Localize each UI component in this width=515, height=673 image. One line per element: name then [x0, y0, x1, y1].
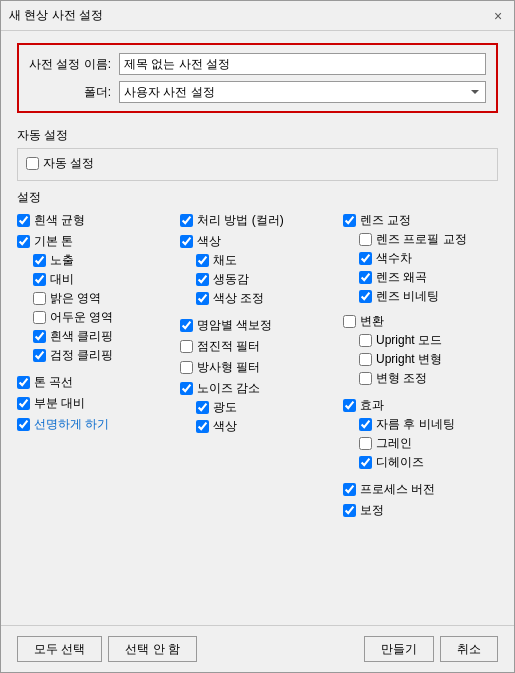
clarity-row[interactable]: 명암별 색보정	[180, 317, 335, 334]
tone-curve-row[interactable]: 톤 곡선	[17, 374, 172, 391]
footer: 모두 선택 선택 안 함 만들기 취소	[1, 625, 514, 672]
create-button[interactable]: 만들기	[364, 636, 434, 662]
saturation-row[interactable]: 채도	[196, 252, 335, 269]
saturation-checkbox[interactable]	[196, 254, 209, 267]
color-adj-row[interactable]: 색상 조정	[196, 290, 335, 307]
transform-checkbox[interactable]	[343, 315, 356, 328]
partial-contrast-row[interactable]: 부분 대비	[17, 395, 172, 412]
partial-contrast-label: 부분 대비	[34, 395, 85, 412]
lens-vignetting-row[interactable]: 렌즈 비네팅	[359, 288, 498, 305]
effects-row[interactable]: 효과	[343, 397, 498, 414]
radial-filter-label: 방사형 필터	[197, 359, 260, 376]
noise-reduction-checkbox[interactable]	[180, 382, 193, 395]
contrast-row[interactable]: 대비	[33, 271, 172, 288]
sharpen-checkbox[interactable]	[17, 418, 30, 431]
vibrance-checkbox[interactable]	[196, 273, 209, 286]
auto-setting-checkbox[interactable]	[26, 157, 39, 170]
select-none-button[interactable]: 선택 안 함	[108, 636, 197, 662]
tone-group-checkbox[interactable]	[17, 235, 30, 248]
color-noise-checkbox[interactable]	[196, 420, 209, 433]
lens-correction-row[interactable]: 렌즈 교정	[343, 212, 498, 229]
partial-contrast-checkbox[interactable]	[17, 397, 30, 410]
process-version-label: 프로세스 버전	[360, 481, 435, 498]
processing-method-checkbox[interactable]	[180, 214, 193, 227]
grain-checkbox[interactable]	[359, 437, 372, 450]
clarity-checkbox[interactable]	[180, 319, 193, 332]
calibration-row[interactable]: 보정	[343, 502, 498, 519]
processing-method-label: 처리 방법 (컬러)	[197, 212, 284, 229]
processing-method-row[interactable]: 처리 방법 (컬러)	[180, 212, 335, 229]
transform-items: Upright 모드 Upright 변형 변형 조정	[359, 332, 498, 387]
cancel-button[interactable]: 취소	[440, 636, 498, 662]
luminance-row[interactable]: 광도	[196, 399, 335, 416]
highlights-checkbox[interactable]	[33, 292, 46, 305]
luminance-label: 광도	[213, 399, 237, 416]
radial-filter-checkbox[interactable]	[180, 361, 193, 374]
effects-checkbox[interactable]	[343, 399, 356, 412]
exposure-row[interactable]: 노출	[33, 252, 172, 269]
folder-select[interactable]: 사용자 사전 설정	[119, 81, 486, 103]
color-group-checkbox[interactable]	[180, 235, 193, 248]
process-version-row[interactable]: 프로세스 버전	[343, 481, 498, 498]
white-clip-checkbox[interactable]	[33, 330, 46, 343]
color-group-label: 색상	[197, 233, 221, 250]
sharpen-row[interactable]: 선명하게 하기	[17, 416, 172, 433]
auto-setting-row[interactable]: 자동 설정	[26, 155, 489, 172]
white-clip-row[interactable]: 흰색 클리핑	[33, 328, 172, 345]
lens-correction-checkbox[interactable]	[343, 214, 356, 227]
color-group-row[interactable]: 색상	[180, 233, 335, 250]
upright-transform-label: Upright 변형	[376, 351, 442, 368]
lens-profile-checkbox[interactable]	[359, 233, 372, 246]
name-input[interactable]	[119, 53, 486, 75]
tone-curve-checkbox[interactable]	[17, 376, 30, 389]
transform-adj-row[interactable]: 변형 조정	[359, 370, 498, 387]
highlights-row[interactable]: 밝은 영역	[33, 290, 172, 307]
vibrance-row[interactable]: 생동감	[196, 271, 335, 288]
gradual-filter-checkbox[interactable]	[180, 340, 193, 353]
title-bar: 새 현상 사전 설정 ×	[1, 1, 514, 31]
lens-distortion-checkbox[interactable]	[359, 271, 372, 284]
black-clip-checkbox[interactable]	[33, 349, 46, 362]
upright-transform-row[interactable]: Upright 변형	[359, 351, 498, 368]
transform-row[interactable]: 변환	[343, 313, 498, 330]
upright-mode-row[interactable]: Upright 모드	[359, 332, 498, 349]
contrast-checkbox[interactable]	[33, 273, 46, 286]
grain-row[interactable]: 그레인	[359, 435, 498, 452]
exposure-checkbox[interactable]	[33, 254, 46, 267]
dehaze-checkbox[interactable]	[359, 456, 372, 469]
post-crop-vignetting-row[interactable]: 자름 후 비네팅	[359, 416, 498, 433]
highlights-label: 밝은 영역	[50, 290, 101, 307]
white-balance-row[interactable]: 흰색 균형	[17, 212, 172, 229]
process-version-checkbox[interactable]	[343, 483, 356, 496]
settings-columns: 흰색 균형 기본 톤 노출 대비	[17, 212, 498, 613]
calibration-checkbox[interactable]	[343, 504, 356, 517]
chromatic-row[interactable]: 색수차	[359, 250, 498, 267]
dehaze-row[interactable]: 디헤이즈	[359, 454, 498, 471]
col3: 렌즈 교정 렌즈 프로필 교정 색수차 렌즈 왜곡	[343, 212, 498, 613]
luminance-checkbox[interactable]	[196, 401, 209, 414]
shadows-row[interactable]: 어두운 영역	[33, 309, 172, 326]
post-crop-vignetting-label: 자름 후 비네팅	[376, 416, 455, 433]
contrast-label: 대비	[50, 271, 74, 288]
chromatic-checkbox[interactable]	[359, 252, 372, 265]
auto-section-title: 자동 설정	[17, 127, 498, 144]
close-button[interactable]: ×	[490, 8, 506, 24]
color-adj-checkbox[interactable]	[196, 292, 209, 305]
color-noise-row[interactable]: 색상	[196, 418, 335, 435]
gradual-filter-row[interactable]: 점진적 필터	[180, 338, 335, 355]
black-clip-row[interactable]: 검정 클리핑	[33, 347, 172, 364]
transform-adj-checkbox[interactable]	[359, 372, 372, 385]
post-crop-vignetting-checkbox[interactable]	[359, 418, 372, 431]
grain-label: 그레인	[376, 435, 412, 452]
radial-filter-row[interactable]: 방사형 필터	[180, 359, 335, 376]
shadows-checkbox[interactable]	[33, 311, 46, 324]
lens-vignetting-checkbox[interactable]	[359, 290, 372, 303]
lens-profile-row[interactable]: 렌즈 프로필 교정	[359, 231, 498, 248]
upright-transform-checkbox[interactable]	[359, 353, 372, 366]
white-balance-checkbox[interactable]	[17, 214, 30, 227]
upright-mode-checkbox[interactable]	[359, 334, 372, 347]
lens-distortion-row[interactable]: 렌즈 왜곡	[359, 269, 498, 286]
tone-group-row[interactable]: 기본 톤	[17, 233, 172, 250]
noise-reduction-row[interactable]: 노이즈 감소	[180, 380, 335, 397]
select-all-button[interactable]: 모두 선택	[17, 636, 102, 662]
